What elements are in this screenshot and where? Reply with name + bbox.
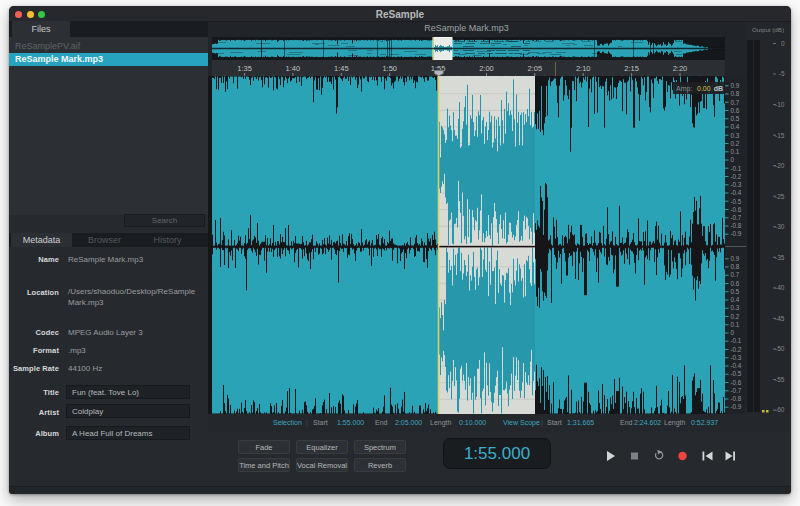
svg-text:-45: -45 (775, 315, 785, 322)
svg-text:-0.9: -0.9 (731, 230, 742, 237)
svg-text:0.4: 0.4 (731, 296, 740, 303)
svg-text:1:45: 1:45 (334, 64, 349, 73)
svg-text:-35: -35 (775, 254, 785, 261)
svg-text:0.7: 0.7 (731, 99, 740, 106)
svg-text:0: 0 (781, 40, 785, 47)
svg-text:2:15: 2:15 (624, 64, 639, 73)
svg-text:1:40: 1:40 (286, 64, 301, 73)
svg-text:-0.4: -0.4 (731, 189, 742, 196)
svg-text:-5: -5 (779, 70, 785, 77)
svg-text:2:00: 2:00 (479, 64, 494, 73)
svg-text:-0.7: -0.7 (731, 214, 742, 221)
svg-text:-25: -25 (775, 193, 785, 200)
svg-text:0.9: 0.9 (731, 255, 740, 262)
svg-text:0.1: 0.1 (731, 148, 740, 155)
svg-text:-0.2: -0.2 (731, 346, 742, 353)
svg-text:0.8: 0.8 (731, 90, 740, 97)
svg-text:-0.6: -0.6 (731, 379, 742, 386)
svg-text:0.5: 0.5 (731, 115, 740, 122)
svg-text:0.9: 0.9 (731, 82, 740, 89)
svg-text:1:35: 1:35 (237, 64, 252, 73)
svg-text:0.1: 0.1 (731, 321, 740, 328)
svg-text:0: 0 (731, 329, 735, 336)
svg-text:-60: -60 (775, 406, 785, 413)
svg-text:2:05: 2:05 (527, 64, 542, 73)
svg-text:0.6: 0.6 (731, 107, 740, 114)
svg-text:0.00: 0.00 (697, 85, 711, 92)
svg-text:-10: -10 (775, 101, 785, 108)
svg-text:dB: dB (714, 85, 723, 92)
svg-text:-50: -50 (775, 345, 785, 352)
svg-text:-0.5: -0.5 (731, 370, 742, 377)
svg-text:0.5: 0.5 (731, 288, 740, 295)
svg-text:-0.9: -0.9 (731, 403, 742, 410)
svg-text:-0.6: -0.6 (731, 206, 742, 213)
svg-text:-0.2: -0.2 (731, 173, 742, 180)
svg-text:0.2: 0.2 (731, 140, 740, 147)
svg-text:-20: -20 (775, 162, 785, 169)
svg-text:0.4: 0.4 (731, 123, 740, 130)
svg-text:0.3: 0.3 (731, 132, 740, 139)
svg-text:Output (dB): Output (dB) (752, 26, 784, 33)
svg-text:-15: -15 (775, 132, 785, 139)
svg-text:-0.8: -0.8 (731, 222, 742, 229)
svg-text:1:50: 1:50 (382, 64, 397, 73)
svg-text:0.6: 0.6 (731, 280, 740, 287)
svg-text:Amp:: Amp: (676, 85, 692, 93)
svg-text:-0.8: -0.8 (731, 395, 742, 402)
svg-text:-55: -55 (775, 376, 785, 383)
svg-text:-0.7: -0.7 (731, 387, 742, 394)
svg-text:-0.1: -0.1 (731, 337, 742, 344)
svg-text:0.7: 0.7 (731, 271, 740, 278)
svg-text:2:20: 2:20 (673, 64, 688, 73)
svg-text:-30: -30 (775, 223, 785, 230)
svg-text:0: 0 (731, 156, 735, 163)
svg-text:0.8: 0.8 (731, 263, 740, 270)
svg-text:-40: -40 (775, 284, 785, 291)
svg-text:0.2: 0.2 (731, 313, 740, 320)
svg-text:-0.5: -0.5 (731, 198, 742, 205)
svg-text:-0.3: -0.3 (731, 354, 742, 361)
svg-text:-0.1: -0.1 (731, 165, 742, 172)
svg-text:0.3: 0.3 (731, 304, 740, 311)
svg-text:-0.4: -0.4 (731, 362, 742, 369)
svg-text:2:10: 2:10 (576, 64, 591, 73)
svg-text:-0.3: -0.3 (731, 181, 742, 188)
